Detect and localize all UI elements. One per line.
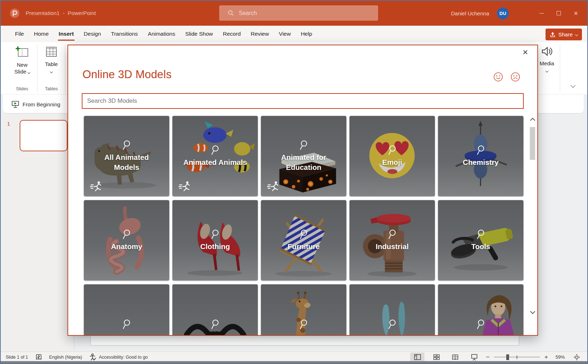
tile-animated-for-education[interactable]: Animated for Education bbox=[261, 116, 347, 197]
proofing-book-icon bbox=[35, 354, 42, 361]
feedback-happy-icon[interactable] bbox=[493, 72, 503, 82]
titlebar-search-box[interactable]: Search bbox=[219, 5, 378, 21]
zoom-slider-thumb[interactable] bbox=[506, 354, 509, 360]
reading-view-button[interactable] bbox=[448, 353, 462, 362]
tile-clothing[interactable]: Clothing bbox=[172, 200, 258, 281]
table-button[interactable]: Table Tables bbox=[39, 42, 64, 94]
tile-giraffe[interactable] bbox=[261, 284, 347, 336]
tab-design[interactable]: Design bbox=[79, 26, 106, 42]
tile-person-avatar[interactable] bbox=[438, 284, 524, 336]
tile-label: Furniture bbox=[269, 242, 339, 252]
scrollbar-thumb[interactable] bbox=[530, 127, 535, 160]
tile-emoji[interactable]: Emoji bbox=[349, 116, 435, 197]
tile-label: Tools bbox=[446, 242, 516, 252]
powerpoint-window: Presentation1 - PowerPoint Search Daniel… bbox=[0, 0, 588, 364]
language-button[interactable]: English (Nigeria) bbox=[49, 355, 82, 360]
online-3d-models-dialog: × Online 3D Models All Animated Models bbox=[67, 45, 538, 336]
titlebar-search-placeholder: Search bbox=[239, 10, 257, 16]
animated-models-icon bbox=[267, 181, 280, 192]
tile-all-animated-models[interactable]: All Animated Models bbox=[84, 116, 170, 197]
animated-models-icon bbox=[90, 181, 103, 192]
slide-sorter-view-button[interactable] bbox=[429, 353, 443, 362]
chevron-down-icon bbox=[575, 33, 578, 36]
slideshow-icon bbox=[471, 354, 478, 360]
accessibility-icon bbox=[89, 353, 96, 361]
window-title: Presentation1 - PowerPoint bbox=[26, 10, 96, 16]
ribbon-tab-bar: File Home Insert Design Transitions Anim… bbox=[1, 26, 587, 42]
table-icon bbox=[45, 46, 58, 58]
zoom-out-button[interactable]: − bbox=[486, 354, 489, 361]
slide-sorter-icon bbox=[433, 354, 440, 360]
model-categories-grid: All Animated Models Animated Animals Ani… bbox=[84, 116, 526, 336]
slide-thumbnail[interactable] bbox=[20, 120, 67, 151]
share-button[interactable]: Share bbox=[546, 29, 582, 40]
new-slide-button[interactable]: New Slide Slides bbox=[8, 42, 36, 94]
start-slideshow-icon bbox=[11, 100, 19, 108]
tile-label: All Animated Models bbox=[92, 152, 162, 172]
tile-wooden-chair[interactable] bbox=[84, 284, 170, 336]
magnifier-icon bbox=[122, 140, 131, 151]
tile-animated-animals[interactable]: Animated Animals bbox=[172, 116, 258, 197]
tile-label: Emoji bbox=[357, 157, 427, 167]
tables-group-label: Tables bbox=[39, 86, 64, 91]
feedback-sad-icon[interactable] bbox=[511, 72, 520, 82]
tile-chemistry[interactable]: Chemistry bbox=[438, 116, 524, 197]
tile-furniture[interactable]: Furniture bbox=[261, 200, 347, 281]
tile-sea-creature[interactable] bbox=[349, 284, 435, 336]
fit-slide-to-window-button[interactable] bbox=[569, 353, 584, 362]
magnifier-icon bbox=[210, 319, 220, 330]
tab-review[interactable]: Review bbox=[246, 26, 274, 42]
tile-industrial[interactable]: Industrial bbox=[349, 200, 435, 281]
tab-animations[interactable]: Animations bbox=[143, 26, 180, 42]
spell-check-button[interactable] bbox=[35, 354, 42, 361]
tile-mustaches[interactable] bbox=[172, 284, 258, 336]
dialog-title: Online 3D Models bbox=[82, 68, 172, 81]
new-slide-icon bbox=[15, 46, 29, 59]
zoom-in-button[interactable]: + bbox=[544, 354, 548, 361]
chevron-down-icon bbox=[50, 70, 53, 73]
magnifier-icon bbox=[476, 319, 486, 330]
magnifier-icon bbox=[210, 145, 220, 156]
zoom-slider[interactable] bbox=[494, 354, 540, 361]
scroll-up-icon[interactable] bbox=[530, 118, 535, 123]
3d-models-search-input[interactable] bbox=[82, 93, 524, 109]
media-button[interactable]: Media bbox=[535, 42, 559, 94]
minimize-button[interactable] bbox=[533, 1, 550, 26]
tab-insert[interactable]: Insert bbox=[54, 26, 79, 42]
tab-help[interactable]: Help bbox=[296, 26, 317, 42]
tab-home[interactable]: Home bbox=[29, 26, 54, 42]
scroll-down-icon[interactable] bbox=[530, 309, 535, 314]
tile-anatomy[interactable]: Anatomy bbox=[84, 200, 170, 281]
tab-slide-show[interactable]: Slide Show bbox=[180, 26, 218, 42]
dialog-scrollbar[interactable] bbox=[529, 116, 536, 315]
magnifier-icon bbox=[122, 229, 131, 240]
animated-models-icon bbox=[178, 181, 192, 192]
accessibility-checker[interactable]: Accessibility: Good to go bbox=[89, 353, 148, 361]
slideshow-view-button[interactable] bbox=[467, 353, 481, 362]
tab-view[interactable]: View bbox=[274, 26, 296, 42]
tile-label: Animated Animals bbox=[180, 157, 250, 167]
tab-transitions[interactable]: Transitions bbox=[106, 26, 143, 42]
avatar[interactable]: DU bbox=[497, 7, 509, 19]
tab-record[interactable]: Record bbox=[218, 26, 246, 42]
share-icon bbox=[550, 32, 556, 37]
tile-tools[interactable]: Tools bbox=[438, 200, 524, 281]
normal-view-icon bbox=[414, 354, 421, 360]
slides-group-label: Slides bbox=[8, 86, 36, 91]
normal-view-button[interactable] bbox=[410, 353, 424, 362]
close-window-button[interactable]: × bbox=[567, 1, 584, 26]
maximize-button[interactable] bbox=[550, 1, 567, 26]
status-bar: Slide 1 of 1 English (Nigeria) Accessibi… bbox=[1, 352, 587, 362]
magnifier-icon bbox=[122, 319, 131, 330]
zoom-level[interactable]: 59% bbox=[553, 354, 565, 360]
close-dialog-icon[interactable]: × bbox=[523, 47, 528, 57]
chevron-down-icon bbox=[27, 71, 30, 74]
slide-counter[interactable]: Slide 1 of 1 bbox=[6, 355, 28, 360]
magnifier-icon bbox=[299, 140, 308, 151]
slide-number: 1 bbox=[7, 121, 10, 127]
from-beginning-button[interactable]: From Beginning bbox=[9, 98, 63, 110]
tab-file[interactable]: File bbox=[10, 26, 29, 42]
magnifier-icon bbox=[299, 319, 308, 330]
tile-label: Animated for Education bbox=[269, 152, 339, 172]
magnifier-icon bbox=[210, 229, 220, 240]
